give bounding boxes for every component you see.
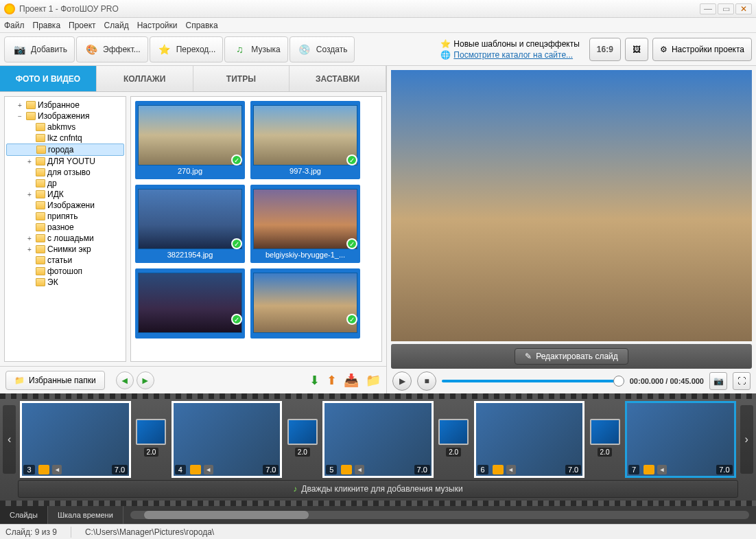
slide-menu-icon[interactable]: ◄: [506, 465, 516, 474]
import-icon[interactable]: 📥: [344, 373, 359, 388]
tree-item[interactable]: abkmvs: [6, 122, 124, 133]
tree-item[interactable]: +Избранное: [6, 100, 124, 111]
slide-menu-icon[interactable]: ◄: [204, 465, 213, 474]
maximize-button[interactable]: ▭: [718, 3, 734, 14]
slide-menu-icon[interactable]: ◄: [52, 465, 62, 474]
play-button[interactable]: ▶: [392, 371, 412, 391]
slide-edit-icon[interactable]: [643, 465, 654, 474]
tree-item[interactable]: Изображени: [6, 200, 124, 211]
timeline-next-button[interactable]: ›: [740, 405, 753, 474]
scrollbar-thumb[interactable]: [144, 511, 309, 519]
transition-duration[interactable]: 2.0: [446, 448, 461, 457]
menu-edit[interactable]: Правка: [33, 21, 61, 30]
upload-icon[interactable]: ⬆: [327, 373, 337, 388]
download-icon[interactable]: ⬇: [309, 373, 320, 388]
seek-knob[interactable]: [613, 376, 624, 387]
tree-item[interactable]: +ДЛЯ YOUTU: [6, 156, 124, 167]
tree-item[interactable]: +Снимки экр: [6, 244, 124, 255]
minimize-button[interactable]: ―: [700, 3, 716, 14]
transition-card[interactable]: 2.0: [589, 419, 621, 460]
view-tab-slides[interactable]: Слайды: [0, 506, 48, 524]
catalog-link[interactable]: Посмотрите каталог на сайте...: [453, 50, 573, 60]
thumbnail-grid[interactable]: ✓270.jpg✓997-3.jpg✓38221954.jpg✓belgiysk…: [130, 96, 382, 362]
slide-card[interactable]: 4◄7.0: [172, 401, 283, 478]
favorite-folders-button[interactable]: 📁Избранные папки: [5, 371, 105, 390]
slide-duration[interactable]: 7.0: [414, 465, 430, 474]
thumbnail[interactable]: ✓belgiyskiy-bryugge-1_...: [250, 185, 360, 263]
timeline-scrollbar[interactable]: [130, 511, 749, 519]
tree-item[interactable]: +ИДК: [6, 189, 124, 200]
slide-edit-icon[interactable]: [341, 465, 352, 474]
fullscreen-button[interactable]: ⛶: [733, 372, 751, 390]
tab-collages[interactable]: КОЛЛАЖИ: [97, 66, 193, 91]
transition-thumb[interactable]: [438, 419, 469, 445]
transition-duration[interactable]: 2.0: [144, 448, 159, 457]
menu-slide[interactable]: Слайд: [104, 21, 129, 30]
menu-settings[interactable]: Настройки: [137, 21, 178, 30]
expand-icon[interactable]: −: [16, 113, 24, 120]
nav-forward-button[interactable]: ►: [137, 371, 154, 389]
transition-card[interactable]: 2.0: [438, 419, 470, 460]
tree-item[interactable]: статьи: [6, 255, 124, 266]
tree-item[interactable]: припять: [6, 211, 124, 222]
tree-item[interactable]: для отзыво: [6, 167, 124, 178]
close-button[interactable]: ✕: [735, 3, 752, 14]
slide-edit-icon[interactable]: [493, 465, 504, 474]
thumbnail[interactable]: ✓270.jpg: [135, 101, 245, 179]
tree-item[interactable]: ЭК: [6, 277, 124, 288]
preview-viewport[interactable]: [391, 70, 752, 341]
expand-icon[interactable]: +: [25, 191, 34, 198]
transition-thumb[interactable]: [136, 419, 166, 445]
slide-menu-icon[interactable]: ◄: [657, 465, 667, 474]
menu-file[interactable]: Файл: [4, 21, 25, 30]
snapshot-button[interactable]: 📷: [709, 372, 727, 390]
background-button[interactable]: 🖼: [625, 38, 648, 61]
music-button[interactable]: ♫Музыка: [224, 36, 287, 62]
view-tab-timeline[interactable]: Шкала времени: [48, 506, 123, 524]
folder-icon[interactable]: 📁: [366, 373, 381, 388]
transition-card[interactable]: 2.0: [135, 419, 167, 460]
music-track[interactable]: ♪ Дважды кликните для добавления музыки: [18, 480, 738, 498]
slide-card[interactable]: 6◄7.0: [474, 401, 585, 478]
create-button[interactable]: 💿Создать: [290, 36, 355, 62]
edit-slide-button[interactable]: ✎Редактировать слайд: [515, 348, 628, 365]
transition-card[interactable]: 2.0: [286, 419, 318, 460]
slide-duration[interactable]: 7.0: [112, 465, 128, 474]
menu-help[interactable]: Справка: [185, 21, 217, 30]
thumbnail[interactable]: ✓997-3.jpg: [250, 101, 360, 179]
transition-thumb[interactable]: [287, 419, 318, 445]
tab-titles[interactable]: ТИТРЫ: [193, 66, 290, 91]
tree-item[interactable]: др: [6, 178, 124, 189]
thumbnail[interactable]: ✓38221954.jpg: [135, 185, 245, 263]
transition-thumb[interactable]: [590, 419, 620, 445]
slide-duration[interactable]: 7.0: [263, 465, 279, 474]
thumbnail[interactable]: ✓: [250, 268, 360, 339]
aspect-ratio-button[interactable]: 16:9: [589, 38, 621, 61]
tree-item[interactable]: фотошоп: [6, 266, 124, 277]
transition-duration[interactable]: 2.0: [598, 448, 613, 457]
slide-edit-icon[interactable]: [38, 465, 49, 474]
slide-menu-icon[interactable]: ◄: [355, 465, 364, 474]
expand-icon[interactable]: +: [16, 102, 24, 109]
expand-icon[interactable]: +: [25, 158, 34, 165]
slide-card[interactable]: 3◄7.0: [20, 401, 131, 478]
transitions-button[interactable]: ⭐Переход...: [150, 36, 224, 62]
tree-item[interactable]: разное: [6, 222, 124, 233]
timeline-prev-button[interactable]: ‹: [3, 405, 16, 474]
slide-card[interactable]: 5◄7.0: [322, 401, 434, 478]
seek-bar[interactable]: [442, 380, 624, 382]
tab-photos-video[interactable]: ФОТО И ВИДЕО: [0, 66, 97, 91]
tree-item[interactable]: −Изображения: [6, 111, 124, 122]
tree-item[interactable]: lkz cnfntq: [6, 133, 124, 144]
slide-duration[interactable]: 7.0: [565, 465, 581, 474]
nav-back-button[interactable]: ◄: [116, 371, 134, 389]
menu-project[interactable]: Проект: [69, 21, 96, 30]
tree-item[interactable]: города: [6, 144, 124, 156]
slide-duration[interactable]: 7.0: [716, 465, 732, 474]
transition-duration[interactable]: 2.0: [295, 448, 310, 457]
tree-item[interactable]: +с лошадьми: [6, 233, 124, 244]
expand-icon[interactable]: +: [25, 235, 34, 242]
slide-card[interactable]: 7◄7.0: [625, 401, 736, 478]
expand-icon[interactable]: +: [25, 246, 34, 253]
stop-button[interactable]: ■: [417, 371, 436, 391]
